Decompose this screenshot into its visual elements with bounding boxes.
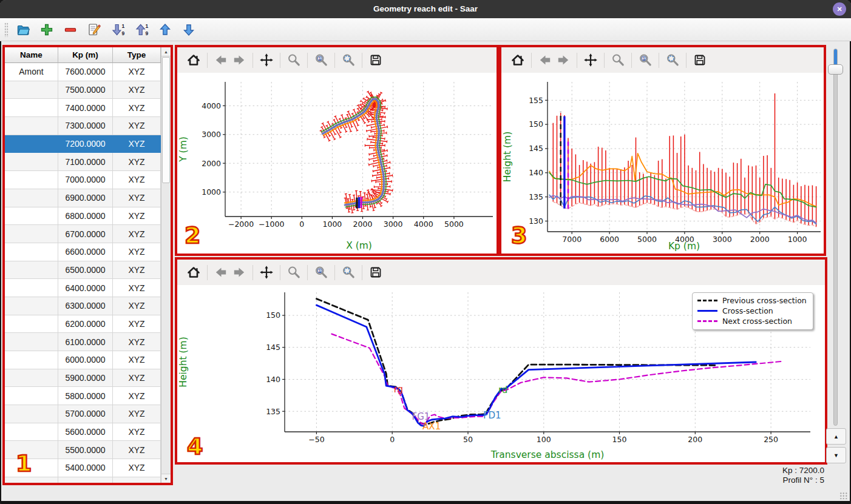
table-cell[interactable] [5,297,58,315]
table-cell[interactable] [5,207,58,226]
table-cell[interactable] [5,315,58,334]
table-cell[interactable] [5,351,58,369]
longitudinal-profile-chart[interactable]: 7000600050004000300020001000130135140145… [501,73,823,254]
mpl-zoom-button[interactable] [609,50,627,70]
mpl-zoom-settings-button[interactable] [663,50,682,70]
mpl-zoom-settings-button[interactable] [339,263,358,282]
table-cell[interactable]: 7200.0000 [58,135,113,153]
table-cell[interactable]: XYZ [113,117,161,135]
table-cell[interactable]: XYZ [113,297,161,315]
mpl-pan-button[interactable] [257,50,276,70]
column-header-name[interactable]: Name [5,47,58,63]
table-cell[interactable]: XYZ [113,153,161,171]
table-cell[interactable]: 6300.0000 [58,297,113,315]
table-row[interactable]: 7500.0000XYZ [5,81,161,99]
table-cell[interactable] [5,243,58,261]
table-row[interactable]: 6400.0000XYZ [5,279,161,297]
table-cell[interactable]: XYZ [113,261,161,280]
mpl-save-button[interactable] [367,263,385,282]
table-row[interactable]: 6700.0000XYZ [5,225,161,243]
sort-descending-button[interactable]: 19 [109,21,127,39]
table-cell[interactable]: XYZ [113,477,161,483]
next-profile-button[interactable]: ▼ [826,447,846,463]
table-cell[interactable] [5,189,58,207]
mpl-zoom-one-button[interactable]: 1 [636,50,654,70]
table-row[interactable]: 7100.0000XYZ [5,153,161,171]
table-cell[interactable]: XYZ [113,405,161,423]
table-cell[interactable]: 7500.0000 [58,81,113,99]
table-cell[interactable]: XYZ [113,99,161,117]
table-cell[interactable]: XYZ [113,333,161,351]
table-cell[interactable]: 6000.0000 [58,351,113,369]
mpl-back-button[interactable] [212,263,230,282]
table-cell[interactable]: Amont [5,63,58,81]
table-cell[interactable]: 5800.0000 [58,387,113,405]
table-row[interactable]: 6600.0000XYZ [5,243,161,261]
table-row[interactable]: 6200.0000XYZ [5,315,161,334]
close-button[interactable]: ✕ [833,2,846,16]
table-cell[interactable]: XYZ [113,171,161,189]
table-row[interactable]: 7300.0000XYZ [5,117,161,135]
table-cell[interactable] [5,135,58,153]
table-row[interactable]: 5700.0000XYZ [5,405,161,423]
column-header-kp[interactable]: Kp (m) [58,47,113,63]
table-cell[interactable]: XYZ [113,315,161,334]
table-cell[interactable] [5,171,58,189]
table-cell[interactable] [5,225,58,243]
column-header-type[interactable]: Type [113,47,161,63]
table-cell[interactable]: 5700.0000 [58,405,113,423]
table-cell[interactable]: 7000.0000 [58,171,113,189]
move-up-button[interactable] [156,21,174,39]
table-row[interactable]: 5300.0000XYZ [5,477,161,483]
table-cell[interactable] [5,117,58,135]
table-cell[interactable]: 7400.0000 [58,99,113,117]
table-cell[interactable]: 6400.0000 [58,279,113,297]
table-row[interactable]: 6300.0000XYZ [5,297,161,315]
table-row[interactable]: 6800.0000XYZ [5,207,161,226]
mpl-home-button[interactable] [509,50,527,70]
table-cell[interactable]: XYZ [113,369,161,388]
table-cell[interactable]: XYZ [113,135,161,153]
mpl-save-button[interactable] [691,50,709,70]
table-cell[interactable]: XYZ [113,351,161,369]
mpl-back-button[interactable] [212,50,230,70]
edit-profile-button[interactable] [85,21,103,39]
table-cell[interactable]: 5600.0000 [58,423,113,442]
table-cell[interactable]: 6500.0000 [58,261,113,280]
table-cell[interactable]: XYZ [113,207,161,226]
table-cell[interactable] [5,477,58,483]
resize-grip[interactable] [839,492,848,499]
toolbar-grip-handle[interactable] [4,22,8,37]
mpl-pan-button[interactable] [257,263,276,282]
table-cell[interactable]: XYZ [113,63,161,81]
sort-ascending-button[interactable]: 19 [132,21,151,39]
table-row[interactable]: 6100.0000XYZ [5,333,161,351]
table-cell[interactable]: 5300.0000 [58,477,113,483]
table-cell[interactable] [5,81,58,99]
table-cell[interactable] [5,153,58,171]
table-row[interactable]: Amont7600.0000XYZ [5,63,161,81]
table-cell[interactable]: 6100.0000 [58,333,113,351]
table-cell[interactable]: 6200.0000 [58,315,113,334]
table-row[interactable]: 7000.0000XYZ [5,171,161,189]
table-cell[interactable]: 6600.0000 [58,243,113,261]
mpl-zoom-button[interactable] [285,50,303,70]
table-cell[interactable] [5,369,58,388]
mpl-zoom-button[interactable] [285,263,303,282]
mpl-forward-button[interactable] [554,50,572,70]
mpl-zoom-one-button[interactable]: 1 [312,50,330,70]
move-down-button[interactable] [180,21,198,39]
table-cell[interactable] [5,387,58,405]
mpl-zoom-one-button[interactable]: 1 [312,263,330,282]
table-cell[interactable]: 6700.0000 [58,225,113,243]
table-cell[interactable] [5,423,58,442]
table-cell[interactable]: XYZ [113,81,161,99]
table-cell[interactable]: XYZ [113,243,161,261]
table-row[interactable]: 6000.0000XYZ [5,351,161,369]
table-cell[interactable] [5,99,58,117]
slider-handle[interactable] [828,64,843,75]
table-cell[interactable] [5,405,58,423]
mpl-pan-button[interactable] [581,50,600,70]
table-cell[interactable]: 5900.0000 [58,369,113,388]
table-row[interactable]: 7400.0000XYZ [5,99,161,117]
